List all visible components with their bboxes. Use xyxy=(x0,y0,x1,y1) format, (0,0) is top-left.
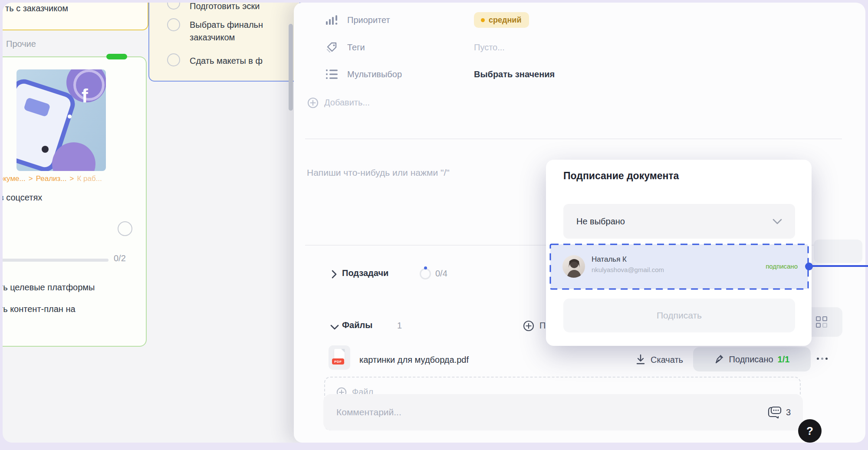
chevron-down-icon xyxy=(773,219,782,224)
attach-file-button[interactable]: П xyxy=(539,321,546,331)
signer-select[interactable]: Не выбрано xyxy=(563,204,795,239)
divider xyxy=(305,138,842,139)
files-section-toggle[interactable]: Файлы xyxy=(342,320,372,330)
signer-name: Наталья К xyxy=(592,255,627,264)
card-tag-green xyxy=(106,54,127,59)
field-label-priority[interactable]: Приоритет xyxy=(347,15,390,25)
checklist-item: Подготовить эски xyxy=(190,3,260,13)
subtasks-count: 0/4 xyxy=(435,269,447,279)
signer-status-badge: подписано xyxy=(766,263,798,270)
comment-count: 3 xyxy=(786,407,791,417)
priority-dot-icon xyxy=(481,18,485,22)
file-name[interactable]: картинки для мудборда.pdf xyxy=(359,355,469,365)
facebook-logo-icon: f xyxy=(82,85,88,107)
avatar xyxy=(562,255,585,278)
download-button[interactable]: Скачать xyxy=(651,355,683,365)
document-signing-popup: Подписание документа Не выбрано Наталья … xyxy=(546,160,812,346)
app-window: ть с заказчиком Прочие Подготовить эски … xyxy=(3,3,865,443)
help-button[interactable]: ? xyxy=(798,419,822,443)
comments-icon[interactable] xyxy=(768,406,782,418)
grid-icon xyxy=(816,316,827,328)
chevron-down-icon[interactable] xyxy=(330,324,339,330)
kanban-card-green[interactable]: f окуме...>Реализ...>К раб... в соцсетях… xyxy=(3,56,147,347)
card-title: в соцсетях xyxy=(3,193,42,203)
signature-icon xyxy=(714,354,725,365)
tags-icon xyxy=(326,41,339,54)
chevron-right-icon[interactable] xyxy=(331,270,337,279)
priority-badge[interactable]: средний xyxy=(474,12,529,28)
progress-count: 0/2 xyxy=(114,253,126,263)
sign-button-disabled[interactable]: Подписать xyxy=(563,299,795,332)
comment-input[interactable]: Комментарий... 3 xyxy=(323,394,803,430)
checkbox-circle[interactable] xyxy=(167,53,180,66)
checklist-item: ть контент-план на xyxy=(3,304,76,314)
description-input[interactable]: Напиши что-нибудь или нажми "/" xyxy=(307,168,450,178)
subtasks-progress-dot xyxy=(424,266,427,269)
help-icon: ? xyxy=(806,424,813,438)
more-options-icon[interactable] xyxy=(817,358,828,360)
column-title-prochie: Прочие xyxy=(6,39,36,49)
kanban-card-yellow[interactable]: ть с заказчиком xyxy=(3,3,148,30)
field-value-tags[interactable]: Пусто... xyxy=(474,43,505,53)
signed-status-button[interactable]: Подписано 1/1 xyxy=(693,347,811,371)
callout-dot xyxy=(805,263,813,270)
signer-row-highlighted[interactable]: Наталья К nkulyashova@gmail.com подписан… xyxy=(549,243,809,290)
add-field-button[interactable]: Добавить... xyxy=(324,98,370,108)
pdf-file-icon: PDF xyxy=(329,345,350,370)
download-icon[interactable] xyxy=(635,354,646,365)
board-scrollbar[interactable] xyxy=(289,24,293,111)
checklist-item: ть целевые платформы xyxy=(3,282,95,292)
field-label-multiselect[interactable]: Мультивыбор xyxy=(347,69,402,79)
attach-file-icon[interactable] xyxy=(523,320,534,332)
progress-bar xyxy=(3,259,108,262)
checklist-item: Сдать макеты в ф xyxy=(190,55,263,67)
subtasks-section-toggle[interactable]: Подзадачи xyxy=(342,268,388,278)
card-text: ть с заказчиком xyxy=(5,3,68,13)
priority-icon xyxy=(326,14,339,26)
files-count: 1 xyxy=(397,321,402,331)
card-cover-image: f xyxy=(16,69,106,171)
multiselect-icon xyxy=(326,69,339,80)
kanban-card-checklist[interactable]: Подготовить эски Выбрать финальн заказчи… xyxy=(148,3,300,82)
subtasks-progress-ring xyxy=(420,268,431,279)
checkbox-circle[interactable] xyxy=(167,18,180,31)
breadcrumb[interactable]: окуме...>Реализ...>К раб... xyxy=(3,174,102,183)
field-label-tags[interactable]: Теги xyxy=(347,43,365,53)
checklist-item: Выбрать финальн заказчиком xyxy=(190,19,263,44)
checkbox-circle[interactable] xyxy=(118,221,132,236)
partially-visible-button[interactable] xyxy=(814,240,862,263)
callout-line xyxy=(808,265,868,267)
checkbox-circle[interactable] xyxy=(167,3,180,10)
signer-email: nkulyashova@gmail.com xyxy=(592,266,664,273)
field-value-multiselect[interactable]: Выбрать значения xyxy=(474,69,555,79)
add-icon xyxy=(307,97,319,108)
popup-title: Подписание документа xyxy=(563,170,679,182)
